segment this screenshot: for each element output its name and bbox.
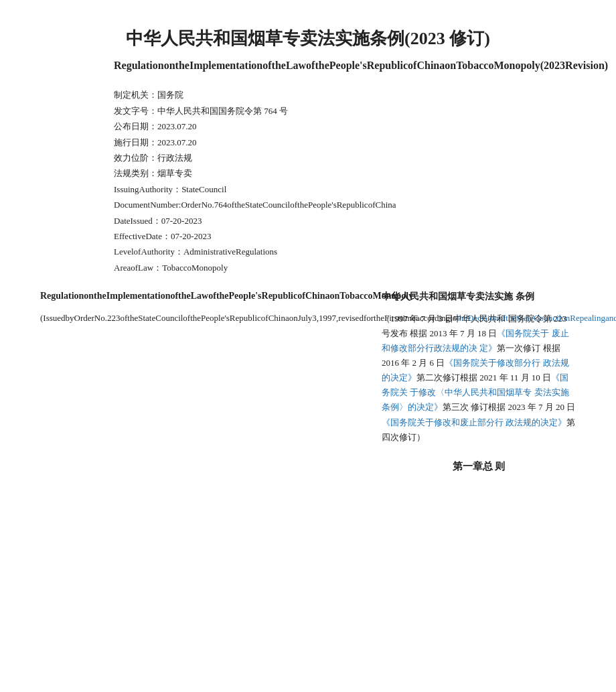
- level-value: 行政法规: [157, 153, 192, 163]
- right-body-part3: 第二次修订根据 2021 年 11 月 10 日: [416, 372, 551, 383]
- doc-number-en-value: OrderNo.764oftheStateCouncilofthePeople'…: [181, 197, 396, 212]
- title-en: RegulationontheImplementationoftheLawoft…: [114, 58, 576, 74]
- date-issued-label: 公布日期：: [114, 121, 157, 131]
- issuing-authority-label: 制定机关：: [114, 90, 157, 100]
- area-en-value: TobaccoMonopoly: [162, 263, 228, 273]
- right-col-body: （1997 年 7 月 3 日中华人民共和 国务院令第 223 号发布 根据 2…: [382, 312, 576, 475]
- issuing-authority-value: 国务院: [157, 90, 183, 100]
- meta-section: 制定机关：国务院 发文字号：中华人民共和国国务院令第 764 号 公布日期：20…: [114, 87, 576, 275]
- right-col-title: 中华人民共和国烟草专卖法实施 条例: [382, 289, 576, 305]
- level-en-label: LevelofAuthority：: [114, 247, 183, 257]
- level-label: 效力位阶：: [114, 153, 157, 163]
- title-zh: 中华人民共和国烟草专卖法实施条例(2023 修订): [40, 27, 576, 51]
- chapter-title: 第一章总 则: [382, 458, 576, 476]
- date-issued-en-value: 07-20-2023: [161, 216, 202, 226]
- two-col-section: RegulationontheImplementationoftheLawoft…: [40, 289, 576, 475]
- right-col: 中华人民共和国烟草专卖法实施 条例 （1997 年 7 月 3 日中华人民共和 …: [382, 289, 576, 475]
- date-issued-en-label: DateIssued：: [114, 216, 161, 226]
- document-number-label: 发文字号：: [114, 106, 157, 116]
- doc-number-en-label: DocumentNumber:: [114, 197, 181, 212]
- area-label: 法规类别：: [114, 168, 157, 178]
- issuing-en-value: StateCouncil: [181, 184, 226, 194]
- right-body-part4: 第三次 修订根据 2023 年 7 月 20 日: [443, 402, 575, 412]
- effective-date-value: 2023.07.20: [157, 137, 197, 147]
- body-text-block: (IssuedbyOrderNo.223oftheStateCounciloft…: [40, 311, 368, 325]
- main-reg-title: RegulationontheImplementationoftheLawoft…: [40, 289, 368, 303]
- right-link4[interactable]: 《国务院关于修改和废止部分行 政法规的决定》: [382, 417, 566, 427]
- level-en-value: AdministrativeRegulations: [183, 247, 277, 257]
- document-number-value: 中华人民共和国国务院令第 764 号: [157, 106, 288, 116]
- area-value: 烟草专卖: [157, 168, 192, 178]
- issuing-en-label: IssuingAuthority：: [114, 184, 181, 194]
- effective-date-en-label: EffectiveDate：: [114, 231, 171, 241]
- date-issued-value: 2023.07.20: [157, 121, 197, 131]
- area-en-label: AreaofLaw：: [114, 263, 162, 273]
- effective-date-label: 施行日期：: [114, 137, 157, 147]
- effective-date-en-value: 07-20-2023: [171, 231, 212, 241]
- left-col: RegulationontheImplementationoftheLawoft…: [40, 289, 368, 475]
